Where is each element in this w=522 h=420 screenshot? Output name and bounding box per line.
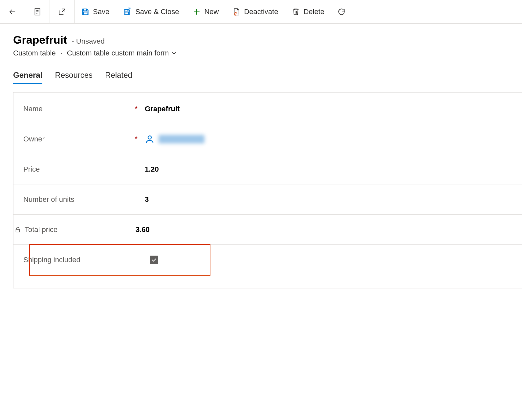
field-shipping-included[interactable]: Shipping included: [13, 245, 522, 275]
name-label: Name: [23, 105, 43, 113]
chevron-down-icon: [171, 50, 177, 56]
deactivate-button[interactable]: Deactivate: [226, 0, 285, 23]
save-label: Save: [93, 8, 109, 16]
name-value: Grapefruit: [145, 105, 180, 113]
separator-dot: ·: [60, 49, 62, 57]
svg-rect-3: [125, 10, 128, 11]
total-label: Total price: [25, 225, 57, 234]
new-button[interactable]: New: [186, 0, 226, 23]
lock-icon: [14, 226, 21, 233]
field-units[interactable]: Number of units 3: [13, 184, 522, 215]
price-value: 1.20: [145, 165, 159, 174]
svg-point-6: [148, 136, 151, 139]
save-icon: [81, 8, 90, 16]
back-button[interactable]: [0, 0, 25, 23]
new-label: New: [204, 8, 219, 16]
shipping-checkbox-wrapper[interactable]: [145, 251, 522, 269]
save-close-button[interactable]: Save & Close: [116, 0, 186, 23]
delete-label: Delete: [303, 8, 324, 16]
plus-icon: [192, 8, 201, 16]
person-icon: [145, 134, 155, 144]
record-header: Grapefruit - Unsaved Custom table · Cust…: [0, 24, 522, 61]
field-name[interactable]: Name * Grapefruit: [13, 94, 522, 124]
units-label: Number of units: [23, 195, 74, 204]
field-owner[interactable]: Owner *: [13, 124, 522, 154]
command-bar: Save Save & Close New Deactivate Delete: [0, 0, 522, 24]
svg-rect-1: [84, 9, 87, 10]
save-status: - Unsaved: [72, 37, 104, 46]
refresh-icon: [337, 8, 346, 16]
required-indicator: *: [135, 135, 145, 143]
owner-value-redacted: [159, 135, 205, 143]
show-panel-button[interactable]: [25, 0, 50, 23]
required-indicator: *: [135, 105, 145, 113]
delete-button[interactable]: Delete: [285, 0, 331, 23]
tab-resources[interactable]: Resources: [55, 71, 93, 84]
tab-general[interactable]: General: [13, 71, 42, 84]
form-body: Name * Grapefruit Owner * Price 1.20 Num…: [13, 92, 522, 288]
back-arrow-icon: [8, 7, 17, 16]
svg-rect-4: [125, 12, 129, 14]
save-close-label: Save & Close: [135, 8, 179, 16]
popout-button[interactable]: [50, 0, 75, 23]
total-value: 3.60: [136, 225, 150, 234]
refresh-button[interactable]: [331, 0, 352, 23]
tab-related[interactable]: Related: [105, 71, 132, 84]
units-value: 3: [145, 195, 149, 204]
price-label: Price: [23, 165, 40, 174]
popout-icon: [58, 8, 66, 16]
form-selector[interactable]: Custom table custom main form: [67, 49, 178, 57]
deactivate-label: Deactivate: [244, 8, 278, 16]
shipping-label: Shipping included: [23, 256, 80, 264]
form-tabs: General Resources Related: [0, 61, 522, 84]
field-total-price: Total price 3.60: [13, 215, 522, 245]
shipping-checkbox[interactable]: [150, 256, 158, 264]
form-name: Custom table custom main form: [67, 49, 169, 57]
owner-label: Owner: [23, 135, 45, 143]
entity-name: Custom table: [13, 49, 56, 57]
page-title: Grapefruit: [13, 33, 67, 46]
save-close-icon: [123, 7, 132, 16]
checkmark-icon: [151, 257, 157, 263]
svg-rect-2: [84, 12, 87, 15]
svg-rect-7: [16, 229, 20, 232]
deactivate-icon: [232, 8, 241, 16]
save-button[interactable]: Save: [75, 0, 116, 23]
field-price[interactable]: Price 1.20: [13, 154, 522, 184]
panel-icon: [33, 8, 42, 16]
trash-icon: [292, 8, 300, 16]
